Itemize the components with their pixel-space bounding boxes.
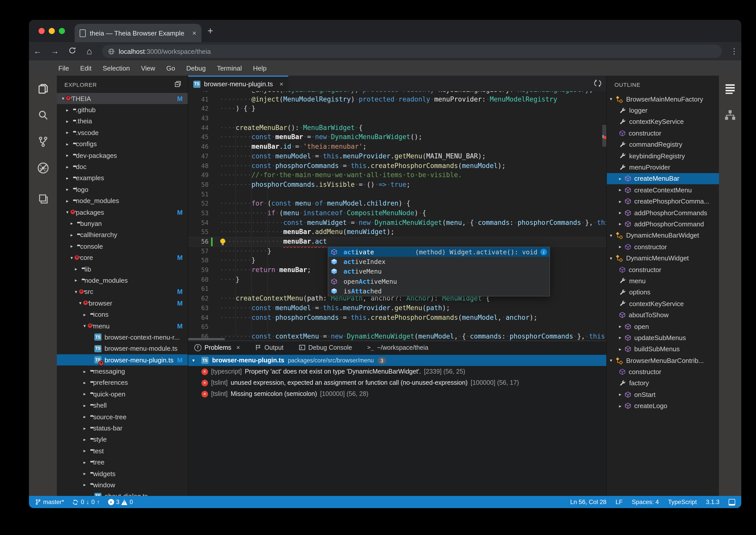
horizontal-scrollbar[interactable] <box>188 338 225 340</box>
chevron-right-icon[interactable]: ▸ <box>619 403 625 408</box>
back-icon[interactable]: ← <box>29 47 46 56</box>
outline-item-keybindingregistry[interactable]: keybindingRegistry <box>607 150 719 162</box>
outline-item-dynamicmenubarwidget[interactable]: ▾DynamicMenuBarWidget <box>607 230 719 241</box>
tree-row-node-modules[interactable]: ▸node_modules <box>57 195 188 207</box>
code-view[interactable]: 40········@inject(KeybindingRegistry)·pr… <box>188 91 606 341</box>
tree-row-bunyan[interactable]: ▸bunyan <box>57 218 188 229</box>
chevron-down-icon[interactable]: ▾ <box>192 358 198 363</box>
git-branch-status[interactable]: master* <box>35 498 64 506</box>
tree-row-style[interactable]: ▸style <box>57 434 188 445</box>
minimize-window-button[interactable] <box>49 28 55 34</box>
language-indicator[interactable]: TypeScript <box>668 498 697 506</box>
outline-item-abouttoshow[interactable]: aboutToShow <box>607 309 719 321</box>
outline-item-commandregistry[interactable]: commandRegistry <box>607 139 719 150</box>
outline-item-factory[interactable]: factory <box>607 378 719 389</box>
tree-row-packages[interactable]: ▾×packagesM <box>57 207 188 218</box>
outline-item-menu[interactable]: menu <box>607 275 719 287</box>
chevron-right-icon[interactable]: ▸ <box>619 335 625 340</box>
indentation-indicator[interactable]: Spaces: 4 <box>632 498 659 506</box>
menu-go[interactable]: Go <box>161 64 181 72</box>
git-icon[interactable] <box>29 128 57 155</box>
tree-row-status-bar[interactable]: ▸status-bar <box>57 423 188 434</box>
chevron-right-icon[interactable]: ▸ <box>619 210 625 215</box>
tree-row-test[interactable]: ▸test <box>57 445 188 457</box>
tree-row-widgets[interactable]: ▸widgets <box>57 468 188 479</box>
tree-row-tree[interactable]: ▸tree <box>57 457 188 468</box>
split-editor-icon[interactable] <box>594 79 602 89</box>
outline-item-onstart[interactable]: ▸onStart <box>607 389 719 400</box>
outline-item-constructor[interactable]: constructor <box>607 366 719 378</box>
tree-row--theia[interactable]: ▸.theia <box>57 116 188 127</box>
menu-view[interactable]: View <box>135 64 161 72</box>
code-line-40[interactable]: 40········@inject(KeybindingRegistry)·pr… <box>188 91 606 95</box>
menu-help[interactable]: Help <box>247 64 272 72</box>
tree-row-doc[interactable]: ▸doc <box>57 161 188 173</box>
reload-icon[interactable] <box>64 46 81 56</box>
suggest-item[interactable]: isAttached <box>328 286 550 296</box>
chevron-down-icon[interactable]: ▾ <box>610 97 615 101</box>
browser-tab[interactable]: theia — Theia Browser Example × <box>75 24 202 42</box>
editor-tab[interactable]: TS browser-menu-plugin.ts × <box>188 76 288 91</box>
menu-file[interactable]: File <box>53 64 75 72</box>
tree-row-messaging[interactable]: ▸messaging <box>57 366 188 377</box>
tree-row-node-modules[interactable]: ▸node_modules <box>57 275 188 286</box>
tree-row-core[interactable]: ▾×coreM <box>57 252 188 264</box>
callhierarchy-view-icon[interactable] <box>719 102 741 128</box>
suggest-item[interactable]: activate(method) Widget.activate(): void… <box>328 247 550 257</box>
outline-item-options[interactable]: options <box>607 287 719 298</box>
chevron-right-icon[interactable]: ▸ <box>619 392 625 397</box>
menu-terminal[interactable]: Terminal <box>211 64 247 72</box>
chevron-right-icon[interactable]: ▸ <box>619 187 625 193</box>
debug-disabled-icon[interactable] <box>29 155 57 181</box>
outline-item-createphosphorcomma-[interactable]: ▸createPhosphorComma... <box>607 196 719 207</box>
tree-row--github[interactable]: ▸.github <box>57 104 188 116</box>
outline-item-dynamicmenuwidget[interactable]: ▾DynamicMenuWidget <box>607 253 719 264</box>
panel-tab--workspace-theia[interactable]: >_~/workspace/theia <box>367 344 428 351</box>
chevron-right-icon[interactable]: ▸ <box>619 199 625 204</box>
new-tab-button[interactable]: + <box>207 25 213 37</box>
menu-edit[interactable]: Edit <box>75 64 97 72</box>
chevron-right-icon[interactable]: ▸ <box>619 222 625 227</box>
outline-item-constructor[interactable]: ▸constructor <box>607 241 719 253</box>
menu-debug[interactable]: Debug <box>181 64 211 72</box>
outline-item-updatesubmenus[interactable]: ▸updateSubMenus <box>607 332 719 343</box>
tree-row-browser-menu-module-ts[interactable]: TSbrowser-menu-module.ts <box>57 343 188 354</box>
outline-item-browsermainmenufactory[interactable]: ▾BrowserMainMenuFactory <box>607 94 719 105</box>
outline-item-browsermenubarcontrib-[interactable]: ▾BrowserMenuBarContrib... <box>607 355 719 366</box>
panel-tab-problems[interactable]: !Problems× <box>194 344 240 351</box>
cursor-position[interactable]: Ln 56, Col 28 <box>570 498 607 506</box>
lightbulb-icon[interactable] <box>220 239 225 244</box>
tree-row-src[interactable]: ▾×srcM <box>57 286 188 297</box>
tree-row-icons[interactable]: ▸icons <box>57 309 188 320</box>
code-line-41[interactable]: 41········@inject(MenuModelRegistry)·pro… <box>188 95 606 104</box>
url-bar[interactable]: localhost:3000/workspace/theia <box>102 45 722 58</box>
panel-tab-output[interactable]: Output <box>255 344 284 351</box>
zoom-window-button[interactable] <box>59 28 65 34</box>
outline-item-contextkeyservice[interactable]: contextKeyService <box>607 298 719 309</box>
chevron-right-icon[interactable]: ▸ <box>619 347 625 352</box>
tree-row-browser-context-menu-r-[interactable]: TSbrowser-context-menu-r... <box>57 331 188 343</box>
info-icon[interactable]: i <box>540 249 547 255</box>
chevron-right-icon[interactable]: ▸ <box>619 244 625 249</box>
outline-item-createmenubar[interactable]: ▸createMenuBar <box>607 173 719 184</box>
suggest-item[interactable]: openActiveMenu <box>328 276 550 286</box>
close-window-button[interactable] <box>39 28 45 34</box>
outline-item-createlogo[interactable]: ▸createLogo <box>607 400 719 412</box>
editor-tab-close-icon[interactable]: × <box>280 80 284 88</box>
problem-row[interactable]: ×[typescript]Property 'act' does not exi… <box>188 366 606 377</box>
tree-row--vscode[interactable]: ▸.vscode <box>57 127 188 138</box>
tree-row-browser[interactable]: ▾×browserM <box>57 297 188 309</box>
tab-close-icon[interactable]: × <box>192 29 196 37</box>
tree-row-about-dialog-ts[interactable]: TSabout-dialog.ts <box>57 491 188 496</box>
problem-row[interactable]: ×[tslint]Missing semicolon (semicolon)[1… <box>188 388 606 400</box>
toggle-panel-icon[interactable] <box>729 499 735 505</box>
outline-item-open[interactable]: ▸open <box>607 321 719 332</box>
tree-row-theia[interactable]: ▾×THEIAM <box>57 93 188 104</box>
tree-row-configs[interactable]: ▸configs <box>57 138 188 150</box>
home-icon[interactable]: ⌂ <box>81 46 98 57</box>
eol-indicator[interactable]: LF <box>615 498 623 506</box>
outline-view-icon[interactable] <box>719 76 741 102</box>
forward-icon[interactable]: → <box>46 47 64 56</box>
chevron-down-icon[interactable]: ▾ <box>610 358 615 363</box>
chevron-right-icon[interactable]: ▸ <box>619 176 625 181</box>
